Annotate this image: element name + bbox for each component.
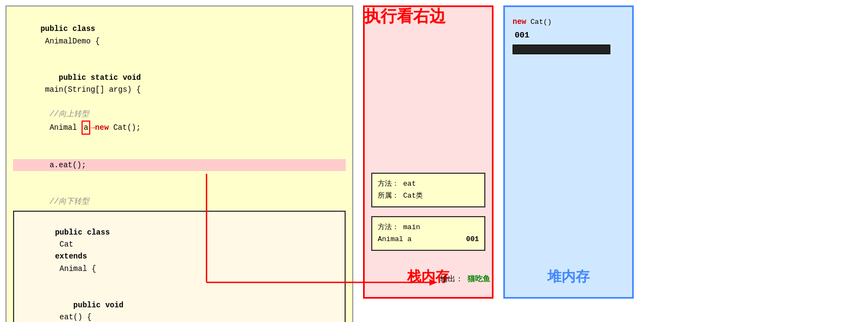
arrow-right: → [90, 122, 95, 134]
code-line-5: a.eat(); [13, 135, 346, 195]
output-value: 猫吃鱼 [467, 275, 490, 283]
heap-object-id: 001 [515, 29, 625, 43]
heap-object: new Cat() 001 [513, 16, 625, 54]
heap-object-area: new Cat() 001 [513, 12, 625, 54]
main-var-row: Animal a 001 [378, 233, 479, 245]
comment-upcasting: //向上转型 [13, 108, 346, 120]
cat-line-2: public void eat() { [18, 287, 340, 322]
main-method-key: 方法： [378, 223, 399, 231]
stack-frames-area: 方法： eat 所属： Cat类 方法： main Animal a 001 [365, 87, 492, 263]
code-line-1: public class AnimalDemo { [13, 11, 346, 60]
code-line-4: Animal a → new Cat(); [13, 121, 346, 135]
kw-public-class-cat: public class [55, 228, 110, 237]
cat-constructor: Cat(); [109, 122, 141, 134]
heap-bar [513, 45, 610, 54]
kw-public-1: public class [40, 24, 95, 33]
kw-public-void-eat: public void [55, 301, 123, 310]
code-line-2: public static void main(String[] args) { [13, 60, 346, 109]
eat-method-val: eat [403, 180, 416, 188]
eat-belong-val: Cat类 [403, 192, 423, 200]
heap-title: 堆内存 [505, 267, 632, 286]
heap-new-cat: new Cat() [513, 16, 625, 29]
kw-new: new [95, 122, 109, 134]
output-label: 输出： [440, 275, 463, 283]
hl-eat-line: a.eat(); [13, 159, 346, 171]
stack-frame-eat: 方法： eat 所属： Cat类 [371, 173, 485, 207]
heap-panel: new Cat() 001 堆内存 [503, 5, 634, 299]
eat-sig: eat() { [55, 313, 91, 321]
eat-method-key: 方法： [378, 180, 399, 188]
main-method-label: 方法： main [378, 222, 479, 233]
heap-new-kw: new [513, 17, 526, 26]
kw-public-static: public static void [40, 73, 141, 82]
main-method-val: main [403, 223, 420, 231]
stack-frame-main: 方法： main Animal a 001 [371, 216, 485, 251]
comment-downcasting: //向下转型 [13, 195, 346, 207]
exec-label-container: 执行看右边 [364, 5, 446, 28]
output-area: 输出： 猫吃鱼 [440, 274, 490, 284]
kw-extends: extends [55, 252, 87, 261]
main-var-type: Animal a [378, 233, 411, 245]
code-panel: public class AnimalDemo { public static … [5, 5, 353, 322]
exec-label: 执行看右边 [364, 7, 446, 25]
main-sig: main(String[] args) { [40, 85, 141, 94]
eat-belong-key: 所属： [378, 192, 399, 200]
stack-panel: 方法： eat 所属： Cat类 方法： main Animal a 001 [363, 5, 494, 299]
indent4: Animal [13, 122, 82, 134]
class-name-1: AnimalDemo { [40, 37, 99, 46]
eat-belong-label: 所属： Cat类 [378, 190, 479, 202]
cat-extends: Cat [55, 240, 78, 249]
main-var-value: 001 [466, 233, 479, 245]
cat-class-box: public class Cat extends Animal { public… [13, 211, 346, 322]
eat-method-label: 方法： eat [378, 178, 479, 190]
cat-line-1: public class Cat extends Animal { [18, 214, 340, 287]
var-a-box: a [82, 121, 90, 135]
heap-object-label: Cat() [530, 18, 552, 26]
animal-ref: Animal { [55, 264, 96, 273]
